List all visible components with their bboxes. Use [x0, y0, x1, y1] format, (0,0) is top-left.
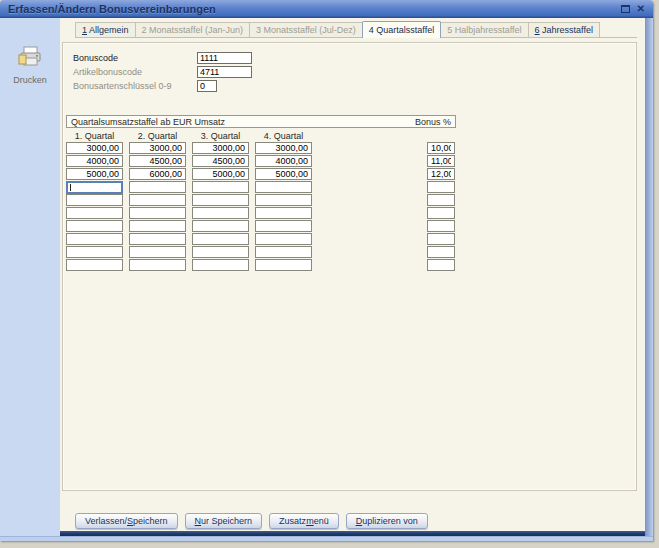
print-button[interactable]: Drucken [0, 46, 60, 85]
grid-cell-bonus[interactable] [427, 142, 455, 154]
grid-cell-q3[interactable] [192, 142, 249, 154]
grid-cell-q2[interactable] [129, 168, 186, 180]
grid-cell-q2[interactable] [129, 246, 186, 258]
restore-icon[interactable] [621, 5, 630, 13]
grid-cell-q3[interactable] [192, 181, 249, 193]
grid-cell-q1[interactable] [66, 233, 123, 245]
grid-cell-q4[interactable] [255, 246, 312, 258]
close-icon[interactable]: ✕ [637, 4, 645, 14]
grid-cell-bonus[interactable] [427, 207, 455, 219]
tab-strip: 1 Allgemein 2 Monatsstaffel (Jan-Jun) 3 … [75, 22, 637, 38]
grid-cell-q2[interactable] [129, 142, 186, 154]
artikelbonuscode-label: Artikelbonuscode [73, 67, 197, 77]
grid-cell-q1[interactable] [66, 246, 123, 258]
grid-cell-q4[interactable] [255, 233, 312, 245]
column-headers: 1. Quartal 2. Quartal 3. Quartal 4. Quar… [66, 131, 636, 142]
grid-cell-q3[interactable] [192, 194, 249, 206]
grid-cell-q4[interactable] [255, 220, 312, 232]
grid-row-7 [66, 220, 636, 233]
grid-cell-q1[interactable] [66, 207, 123, 219]
col-header-q1: 1. Quartal [66, 131, 123, 142]
grid-cell-q3[interactable] [192, 259, 249, 271]
window-right-frame [645, 18, 653, 536]
grid-cell-q4[interactable] [255, 142, 312, 154]
grid-row-5 [66, 194, 636, 207]
grid-row-2 [66, 155, 636, 168]
grid-cell-q1[interactable] [66, 142, 123, 154]
bonusartenschluessel-label: Bonusartenschlüssel 0-9 [73, 81, 197, 91]
grid-row-9 [66, 246, 636, 259]
tab-monatsstaffel-jan-jun: 2 Monatsstaffel (Jan-Jun) [135, 22, 250, 37]
grid-cell-q4[interactable] [255, 168, 312, 180]
col-header-q2: 2. Quartal [129, 131, 186, 142]
grid-cell-q1[interactable] [66, 259, 123, 271]
titlebar: Erfassen/Ändern Bonusvereinbarungen ✕ [0, 0, 653, 18]
bonusartenschluessel-input[interactable] [197, 80, 217, 92]
grid-cell-q2[interactable] [129, 194, 186, 206]
grid-cell-q2[interactable] [129, 207, 186, 219]
grid-cell-bonus[interactable] [427, 233, 455, 245]
grid-cell-q2[interactable] [129, 233, 186, 245]
grid-cell-bonus[interactable] [427, 155, 455, 167]
tab-halbjahresstaffel: 5 Halbjahresstaffel [440, 22, 528, 37]
staffel-caption: Quartalsumsatzstaffel ab EUR Umsatz [71, 117, 225, 127]
zusatzmenue-button[interactable]: Zusatzmenü [269, 513, 339, 529]
tab-label: 2 Monatsstaffel (Jan-Jun) [142, 25, 243, 35]
grid-cell-bonus[interactable] [427, 194, 455, 206]
tab-quartalsstaffel[interactable]: 4 Quartalsstaffel [362, 21, 441, 38]
bonuscode-input[interactable] [197, 52, 252, 64]
window-title: Erfassen/Ändern Bonusvereinbarungen [6, 3, 621, 15]
duplizieren-von-button[interactable]: Duplizieren von [346, 513, 428, 529]
grid-cell-q2[interactable] [129, 155, 186, 167]
grid-cell-q4[interactable] [255, 181, 312, 193]
bonus-percent-caption: Bonus % [415, 117, 451, 127]
tab-monatsstaffel-jul-dez: 3 Monatsstaffel (Jul-Dez) [249, 22, 363, 37]
grid-cell-q2[interactable] [129, 259, 186, 271]
tab-label: 5 Halbjahresstaffel [447, 25, 521, 35]
grid-cell-q2[interactable] [129, 220, 186, 232]
grid-row-1 [66, 142, 636, 155]
grid-row-3 [66, 168, 636, 181]
quartalsstaffel-panel: Bonuscode Artikelbonuscode Bonusartensch… [62, 42, 637, 491]
grid-cell-q3[interactable] [192, 233, 249, 245]
bottom-separator [60, 531, 645, 536]
printer-icon [16, 46, 44, 68]
artikelbonuscode-input[interactable] [197, 66, 252, 78]
grid-cell-q4[interactable] [255, 207, 312, 219]
tab-label: Allgemein [87, 25, 129, 35]
grid-cell-bonus[interactable] [427, 181, 455, 193]
grid-cell-q3[interactable] [192, 207, 249, 219]
grid-cell-q3[interactable] [192, 246, 249, 258]
grid-cell-bonus[interactable] [427, 220, 455, 232]
col-header-q4: 4. Quartal [255, 131, 312, 142]
tab-allgemein[interactable]: 1 Allgemein [75, 22, 136, 37]
verlassen-speichern-button[interactable]: Verlassen/Speichern [75, 513, 178, 529]
grid-cell-q3[interactable] [192, 220, 249, 232]
sidebar: Drucken [0, 18, 60, 536]
nur-speichern-button[interactable]: Nur Speichern [185, 513, 263, 529]
grid-cell-q1[interactable] [66, 168, 123, 180]
grid-cell-q3[interactable] [192, 168, 249, 180]
grid-cell-q4[interactable] [255, 259, 312, 271]
grid-cell-bonus[interactable] [427, 246, 455, 258]
grid-cell-q3[interactable] [192, 155, 249, 167]
grid-cell-q2[interactable] [129, 181, 186, 193]
grid-row-8 [66, 233, 636, 246]
dialog-content: 1 Allgemein 2 Monatsstaffel (Jan-Jun) 3 … [60, 18, 645, 536]
print-label: Drucken [0, 75, 60, 85]
tab-label: 4 Quartalsstaffel [369, 25, 434, 35]
grid-cell-bonus[interactable] [427, 168, 455, 180]
grid-cell-q4[interactable] [255, 155, 312, 167]
grid-row-10 [66, 259, 636, 272]
grid-cell-q4[interactable] [255, 194, 312, 206]
button-row: Verlassen/Speichern Nur Speichern Zusatz… [75, 513, 428, 529]
grid-cell-q1[interactable] [66, 194, 123, 206]
tab-jahresstaffel[interactable]: 6 Jahresstaffel [528, 22, 600, 37]
grid-cell-q1-focused[interactable] [66, 181, 123, 194]
grid-cell-bonus[interactable] [427, 259, 455, 271]
window-bottom-frame [0, 536, 653, 541]
bonus-agreements-window: Erfassen/Ändern Bonusvereinbarungen ✕ Dr… [0, 0, 653, 541]
grid-cell-q1[interactable] [66, 155, 123, 167]
staffel-grid [66, 142, 636, 272]
grid-cell-q1[interactable] [66, 220, 123, 232]
